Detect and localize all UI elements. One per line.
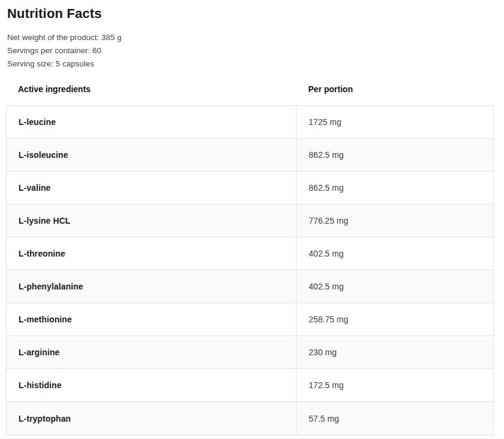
column-header-active-ingredients: Active ingredients	[6, 81, 297, 97]
table-row: L-isoleucine 862.5 mg	[7, 139, 493, 172]
ingredient-cell: L-leucine	[7, 106, 296, 138]
serving-size-text: Serving size: 5 capsules	[7, 57, 504, 71]
ingredient-cell: L-tryptophan	[7, 402, 296, 435]
product-meta: Net weight of the product: 385 g Serving…	[7, 31, 504, 71]
servings-per-container-text: Servings per container: 60	[7, 44, 504, 57]
ingredient-cell: L-lysine HCL	[7, 205, 296, 237]
amount-cell: 862.5 mg	[296, 139, 493, 171]
amount-cell: 172.5 mg	[296, 369, 493, 401]
table-row: L-valine 862.5 mg	[7, 172, 493, 205]
table-row: L-histidine 172.5 mg	[7, 369, 493, 402]
ingredient-cell: L-histidine	[7, 369, 296, 401]
amount-cell: 258.75 mg	[296, 303, 493, 336]
table-row: L-tryptophan 57.5 mg	[7, 402, 493, 435]
ingredient-cell: L-threonine	[7, 237, 296, 270]
nutrition-table: L-leucine 1725 mg L-isoleucine 862.5 mg …	[6, 105, 494, 435]
table-row: L-leucine 1725 mg	[7, 106, 493, 139]
table-row: L-phenylalanine 402.5 mg	[7, 270, 493, 303]
ingredient-cell: L-valine	[7, 172, 296, 204]
table-row: L-lysine HCL 776.25 mg	[7, 205, 493, 237]
amount-cell: 402.5 mg	[296, 237, 493, 270]
page-title: Nutrition Facts	[0, 0, 504, 22]
ingredient-cell: L-arginine	[7, 336, 296, 368]
amount-cell: 57.5 mg	[296, 402, 493, 435]
amount-cell: 1725 mg	[296, 106, 493, 138]
amount-cell: 776.25 mg	[296, 205, 493, 237]
column-header-per-portion: Per portion	[297, 81, 494, 97]
ingredient-cell: L-phenylalanine	[7, 270, 296, 303]
amount-cell: 862.5 mg	[296, 172, 493, 204]
ingredient-cell: L-isoleucine	[7, 139, 296, 171]
table-header-row: Active ingredients Per portion	[6, 81, 494, 97]
table-row: L-methionine 258.75 mg	[7, 303, 493, 336]
table-row: L-threonine 402.5 mg	[7, 237, 493, 270]
amount-cell: 402.5 mg	[296, 270, 493, 303]
ingredient-cell: L-methionine	[7, 303, 296, 336]
table-row: L-arginine 230 mg	[7, 336, 493, 369]
nutrition-facts-section: Nutrition Facts Net weight of the produc…	[0, 0, 504, 439]
amount-cell: 230 mg	[296, 336, 493, 368]
net-weight-text: Net weight of the product: 385 g	[7, 31, 504, 44]
